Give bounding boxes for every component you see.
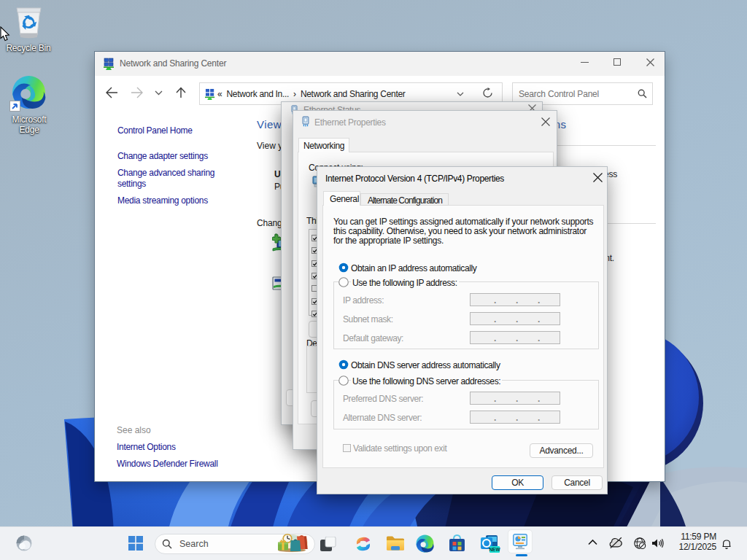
svg-text:NEW: NEW <box>489 547 500 552</box>
